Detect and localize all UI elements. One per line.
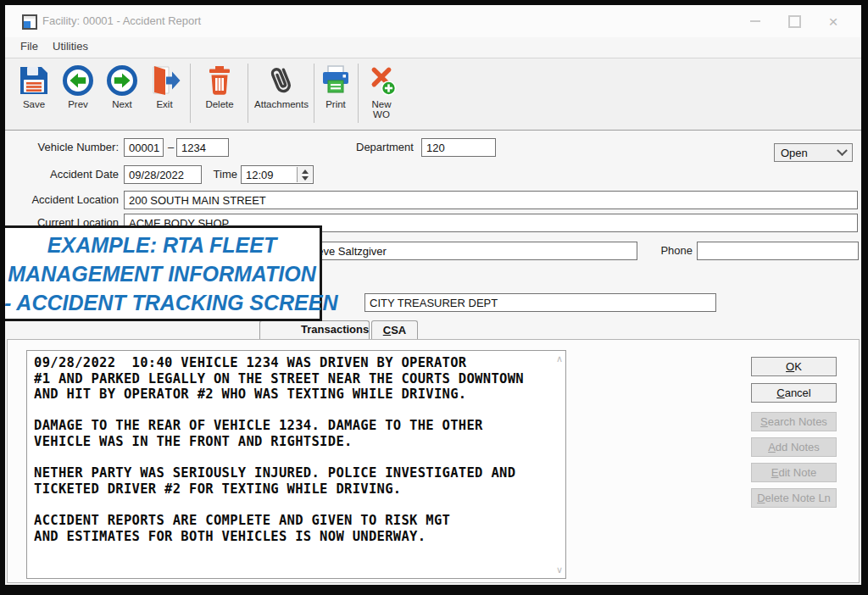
print-printer-icon — [319, 64, 353, 97]
department-label: Department — [356, 138, 414, 157]
ok-button[interactable]: OK — [751, 357, 837, 376]
delete-trash-icon — [203, 64, 236, 97]
print-button[interactable]: Print — [318, 64, 353, 109]
exit-door-icon — [147, 64, 181, 97]
menu-file[interactable]: File — [20, 40, 38, 53]
new-wo-tools-icon — [364, 64, 398, 97]
close-button[interactable]: × — [814, 5, 853, 37]
cancel-button[interactable]: Cancel — [751, 383, 837, 403]
overlay-line-3: - ACCIDENT TRACKING SCREEN — [5, 288, 320, 317]
maximize-button[interactable] — [775, 5, 814, 37]
notes-textarea[interactable]: 09/28/2022 10:40 VEHICLE 1234 WAS DRIVEN… — [26, 350, 566, 579]
save-button[interactable]: Save — [14, 64, 54, 109]
minimize-button[interactable] — [736, 5, 775, 37]
time-spinner[interactable] — [297, 167, 312, 182]
menu-utilities[interactable]: Utilities — [53, 40, 88, 53]
prev-arrow-icon — [61, 64, 95, 97]
notes-text: 09/28/2022 10:40 VEHICLE 1234 WAS DRIVEN… — [34, 355, 548, 575]
accident-date-input[interactable]: 09/28/2022 — [124, 165, 202, 184]
accident-location-input[interactable]: 200 SOUTH MAIN STREET — [124, 191, 858, 209]
status-value: Open — [781, 147, 808, 159]
screenshot-frame: Facility: 00001 - Accident Report × File… — [0, 0, 868, 595]
save-floppy-icon — [17, 64, 51, 97]
accident-report-window: Facility: 00001 - Accident Report × File… — [5, 5, 861, 585]
delete-note-ln-label: Delete Note Ln — [752, 489, 836, 507]
chevron-down-icon — [837, 145, 848, 156]
new-wo-label: New WO — [361, 99, 402, 120]
tab-transactions[interactable]: Transactions — [259, 320, 370, 339]
attachments-paperclip-icon — [264, 64, 298, 97]
save-label: Save — [14, 99, 54, 109]
scroll-down-icon[interactable]: ∨ — [556, 565, 563, 575]
delete-button[interactable]: Delete — [197, 64, 242, 109]
window-controls: × — [736, 5, 853, 37]
spinner-up-icon — [302, 170, 309, 174]
spinner-down-icon — [302, 176, 309, 181]
close-icon: × — [828, 14, 837, 30]
edit-note-label: Edit Note — [752, 464, 836, 481]
tab-csa[interactable]: CSA — [371, 320, 418, 339]
next-arrow-icon — [105, 64, 139, 97]
department-input[interactable]: 120 — [421, 138, 496, 157]
exit-button[interactable]: Exit — [144, 64, 185, 109]
new-wo-button[interactable]: New WO — [361, 64, 402, 120]
toolbar-separator — [358, 64, 359, 123]
next-label: Next — [102, 99, 142, 109]
app-window-icon — [22, 14, 37, 30]
phone-label: Phone — [657, 242, 693, 260]
tab-csa-label: CSA — [372, 321, 417, 339]
vehicle-number-separator: – — [168, 138, 174, 157]
overlay-line-2: MANAGEMENT INFORMATION — [5, 259, 320, 288]
time-value: 12:09 — [246, 169, 274, 181]
vehicle-facility-input[interactable]: 00001 — [124, 138, 164, 157]
print-label: Print — [318, 99, 353, 109]
menu-bar: File Utilities — [5, 37, 861, 56]
reported-by-input[interactable]: Steve Saltzgiver — [302, 242, 637, 260]
toolbar-separator — [314, 64, 314, 123]
delete-label: Delete — [197, 99, 242, 109]
delete-note-ln-button[interactable]: Delete Note Ln — [751, 488, 837, 508]
prev-label: Prev — [58, 99, 98, 109]
notes-panel: 09/28/2022 10:40 VEHICLE 1234 WAS DRIVEN… — [7, 339, 860, 583]
time-label: Time — [210, 165, 237, 184]
exit-label: Exit — [144, 99, 185, 109]
scroll-up-icon[interactable]: ∧ — [556, 354, 563, 364]
minimize-icon — [750, 20, 760, 22]
title-bar: Facility: 00001 - Accident Report × — [5, 5, 861, 37]
overlay-line-1: EXAMPLE: RTA FLEET — [5, 231, 320, 259]
toolbar: Save Prev Next — [5, 58, 861, 131]
attachments-button[interactable]: Attachments — [253, 64, 310, 109]
vehicle-number-label: Vehicle Number: — [5, 138, 119, 157]
window-title: Facility: 00001 - Accident Report — [42, 14, 201, 27]
add-notes-label: Add Notes — [752, 438, 836, 456]
accident-date-label: Accident Date — [5, 165, 119, 184]
department-name-input[interactable]: CITY TREASURER DEPT — [364, 293, 716, 312]
vehicle-unit-input[interactable]: 1234 — [176, 138, 229, 157]
ok-label: OK — [752, 358, 836, 375]
search-notes-button[interactable]: Search Notes — [751, 412, 837, 431]
status-dropdown[interactable]: Open — [774, 143, 853, 162]
toolbar-separator — [248, 64, 248, 123]
time-input[interactable]: 12:09 — [241, 165, 314, 184]
attachments-label: Attachments — [253, 99, 310, 109]
add-notes-button[interactable]: Add Notes — [751, 437, 837, 457]
example-annotation-overlay: EXAMPLE: RTA FLEET MANAGEMENT INFORMATIO… — [5, 225, 322, 321]
prev-button[interactable]: Prev — [58, 64, 98, 109]
edit-note-button[interactable]: Edit Note — [751, 463, 837, 482]
phone-input[interactable] — [697, 242, 859, 260]
cancel-label: Cancel — [752, 384, 836, 402]
next-button[interactable]: Next — [102, 64, 142, 109]
accident-location-label: Accident Location — [5, 191, 119, 209]
maximize-icon — [788, 15, 801, 28]
search-notes-label: Search Notes — [752, 413, 836, 431]
toolbar-separator — [190, 64, 191, 123]
